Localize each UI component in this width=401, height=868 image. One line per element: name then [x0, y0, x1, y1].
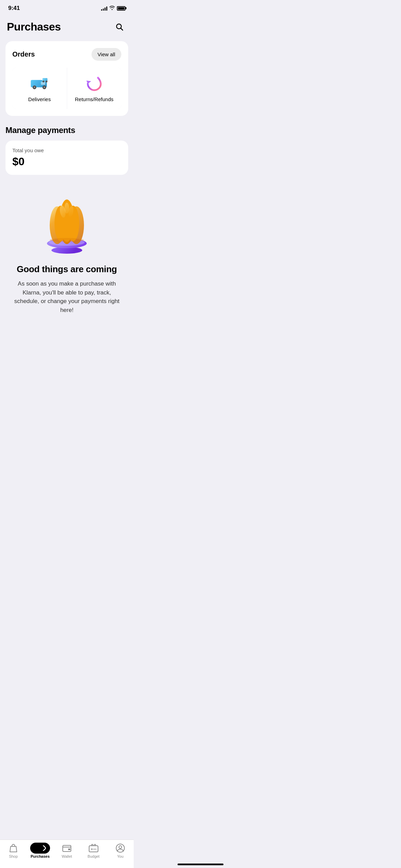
battery-icon	[117, 6, 125, 11]
orders-grid: Deliveries	[12, 68, 121, 109]
status-icons	[101, 5, 125, 11]
svg-point-8	[44, 86, 45, 88]
page-header: Purchases	[0, 14, 134, 41]
search-button[interactable]	[112, 19, 127, 34]
wifi-icon	[109, 5, 115, 11]
manage-payments-title: Manage payments	[5, 125, 128, 135]
deliveries-item[interactable]: Deliveries	[12, 68, 67, 109]
svg-point-6	[34, 86, 35, 88]
jelly-illustration	[33, 193, 101, 254]
search-icon	[115, 23, 123, 31]
returns-label: Returns/Refunds	[75, 96, 113, 102]
total-owe-amount: $0	[12, 155, 121, 168]
deliveries-icon	[30, 74, 49, 93]
orders-title: Orders	[12, 50, 35, 58]
payments-card[interactable]: Total you owe $0	[5, 141, 128, 175]
deliveries-label: Deliveries	[28, 96, 51, 102]
page-title: Purchases	[7, 21, 61, 33]
status-bar: 9:41	[0, 0, 134, 14]
total-owe-label: Total you owe	[12, 147, 121, 153]
empty-state-title: Good things are coming	[17, 264, 117, 275]
svg-point-26	[50, 238, 84, 242]
returns-icon	[85, 74, 104, 93]
svg-point-11	[46, 81, 47, 82]
empty-state: Good things are coming As soon as you ma…	[5, 186, 128, 328]
view-all-button[interactable]: View all	[92, 48, 121, 61]
svg-point-10	[42, 81, 44, 82]
orders-card: Orders View all	[5, 41, 128, 116]
svg-point-12	[97, 77, 99, 79]
svg-line-1	[121, 28, 123, 31]
status-time: 9:41	[8, 5, 20, 12]
orders-header: Orders View all	[12, 48, 121, 61]
main-content: Orders View all	[0, 41, 134, 328]
empty-state-description: As soon as you make a purchase with Klar…	[14, 279, 120, 314]
signal-icon	[101, 6, 107, 11]
returns-item[interactable]: Returns/Refunds	[67, 68, 122, 109]
